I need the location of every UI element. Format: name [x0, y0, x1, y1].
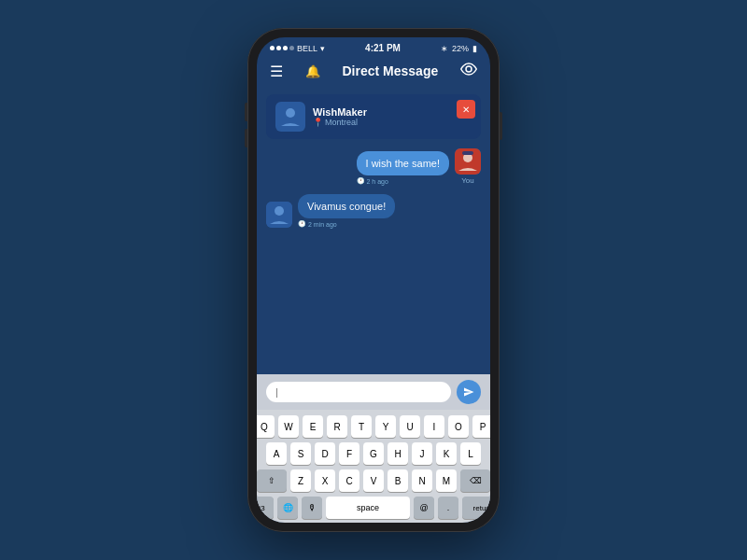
- key-backspace[interactable]: ⌫: [460, 469, 490, 492]
- you-avatar-svg: [455, 148, 481, 175]
- wishmaker-msg-avatar-svg: [266, 202, 292, 228]
- key-q[interactable]: Q: [257, 415, 275, 438]
- key-u[interactable]: U: [400, 415, 420, 438]
- key-x[interactable]: X: [315, 469, 335, 492]
- key-n[interactable]: N: [412, 469, 432, 492]
- eye-icon[interactable]: [460, 61, 477, 81]
- dot4: [289, 46, 294, 50]
- incoming-bubble-wrap: Vivamus congue! 🕐 2 min ago: [298, 194, 395, 228]
- dot1: [270, 46, 275, 50]
- key-period[interactable]: .: [438, 497, 458, 519]
- signal-dots: [270, 46, 294, 50]
- clock-icon: 🕐: [357, 177, 365, 185]
- key-h[interactable]: H: [388, 442, 408, 465]
- keyboard-row1: Q W E R T Y U I O P: [261, 415, 486, 438]
- dot3: [283, 46, 288, 50]
- svg-point-7: [275, 206, 284, 216]
- incoming-bubble: Vivamus congue!: [298, 194, 395, 218]
- outgoing-bubble-wrap: I wish the same! 🕐 2 h ago: [357, 151, 449, 185]
- message-row-incoming: Vivamus congue! 🕐 2 min ago: [266, 194, 481, 228]
- key-e[interactable]: E: [303, 415, 323, 438]
- contact-location: 📍 Montreal: [313, 118, 472, 127]
- key-f[interactable]: F: [339, 442, 359, 465]
- carrier-label: BELL: [297, 44, 317, 53]
- status-bar: BELL ▾ 4:21 PM ∗ 22% ▮: [257, 37, 490, 55]
- bell-icon[interactable]: 🔔: [305, 64, 320, 78]
- key-g[interactable]: G: [363, 442, 384, 465]
- dot2: [276, 46, 281, 50]
- wishmaker-avatar-svg: [277, 104, 303, 130]
- message-row-outgoing: You I wish the same! 🕐 2 h ago: [266, 148, 481, 185]
- bluetooth-icon: ∗: [441, 44, 448, 53]
- outgoing-bubble: I wish the same!: [357, 151, 449, 175]
- nav-bar: ☰ 🔔 Direct Message: [257, 55, 490, 87]
- key-i[interactable]: I: [424, 415, 444, 438]
- incoming-avatar: [266, 202, 292, 228]
- incoming-time: 🕐 2 min ago: [298, 220, 395, 228]
- key-s[interactable]: S: [290, 442, 311, 465]
- wifi-icon: ▾: [320, 44, 325, 53]
- key-k[interactable]: K: [436, 442, 457, 465]
- you-label: You: [461, 176, 474, 185]
- key-b[interactable]: B: [388, 469, 408, 492]
- key-j[interactable]: J: [412, 442, 432, 465]
- key-d[interactable]: D: [315, 442, 335, 465]
- contact-avatar: [275, 102, 305, 132]
- nav-title: Direct Message: [343, 63, 439, 78]
- outgoing-time: 🕐 2 h ago: [357, 177, 449, 185]
- key-m[interactable]: M: [436, 469, 457, 492]
- key-space[interactable]: space: [326, 497, 410, 519]
- key-globe[interactable]: 🌐: [277, 497, 298, 519]
- clock-icon2: 🕐: [298, 220, 306, 228]
- battery-label: 22%: [452, 44, 469, 53]
- menu-icon[interactable]: ☰: [270, 63, 283, 80]
- key-shift[interactable]: ⇧: [257, 469, 287, 492]
- key-at[interactable]: @: [414, 497, 434, 519]
- key-w[interactable]: W: [278, 415, 299, 438]
- input-area: [257, 374, 490, 410]
- keyboard-row3: ⇧ Z X C V B N M ⌫: [261, 469, 486, 492]
- key-l[interactable]: L: [460, 442, 481, 465]
- pin-icon: 📍: [313, 118, 323, 127]
- svg-point-2: [286, 108, 295, 118]
- key-a[interactable]: A: [266, 442, 287, 465]
- send-button[interactable]: [457, 380, 481, 404]
- contact-info: WishMaker 📍 Montreal: [313, 106, 472, 127]
- status-time: 4:21 PM: [365, 43, 401, 53]
- contact-close-button[interactable]: ✕: [457, 100, 475, 119]
- phone-screen: BELL ▾ 4:21 PM ∗ 22% ▮ ☰ 🔔 Direct Messag…: [257, 37, 490, 523]
- key-v[interactable]: V: [363, 469, 384, 492]
- key-r[interactable]: R: [327, 415, 347, 438]
- key-p[interactable]: P: [472, 415, 490, 438]
- key-t[interactable]: T: [351, 415, 372, 438]
- keyboard-row2: A S D F G H J K L: [261, 442, 486, 465]
- status-right: ∗ 22% ▮: [441, 44, 477, 53]
- keyboard-bottom: 123 🌐 🎙 space @ . return: [261, 497, 486, 519]
- key-mic[interactable]: 🎙: [302, 497, 322, 519]
- svg-rect-5: [462, 151, 473, 155]
- keyboard: Q W E R T Y U I O P A S D F G H J K L: [257, 410, 490, 523]
- key-z[interactable]: Z: [290, 469, 311, 492]
- svg-point-0: [466, 66, 472, 72]
- battery-icon: ▮: [472, 44, 477, 53]
- key-o[interactable]: O: [448, 415, 469, 438]
- key-y[interactable]: Y: [375, 415, 396, 438]
- status-left: BELL ▾: [270, 44, 325, 53]
- contact-card: WishMaker 📍 Montreal ✕: [266, 94, 481, 139]
- you-avatar: [455, 148, 481, 175]
- chat-area: WishMaker 📍 Montreal ✕: [257, 87, 490, 374]
- message-input[interactable]: [266, 382, 451, 402]
- contact-name: WishMaker: [313, 106, 472, 118]
- key-return[interactable]: return: [462, 497, 490, 519]
- key-123[interactable]: 123: [257, 497, 274, 519]
- phone-frame: BELL ▾ 4:21 PM ∗ 22% ▮ ☰ 🔔 Direct Messag…: [247, 28, 500, 532]
- key-c[interactable]: C: [339, 469, 359, 492]
